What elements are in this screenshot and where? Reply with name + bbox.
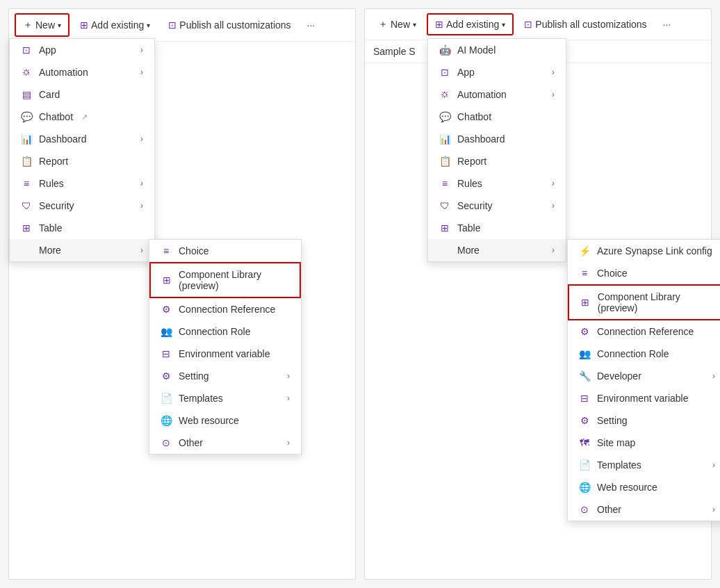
menu-item-more[interactable]: More › ≡ Choice ⊞ Component Library (pre… [10,239,154,261]
publish-icon: ⊡ [168,19,177,31]
chevron-right-icon: › [552,245,555,255]
rules-icon: ≡ [21,178,32,189]
menu-item-rules-2[interactable]: ≡ Rules › [428,172,566,195]
submenu-item-component-library[interactable]: ⊞ Component Library (preview) [149,262,301,298]
menu-item-chatbot-label-2: Chatbot [457,111,491,122]
menu-item-table-label-2: Table [457,222,480,234]
component-library-icon: ⊞ [162,275,172,286]
chevron-right-icon: › [140,45,143,55]
submenu-item-choice[interactable]: ≡ Choice [149,240,301,262]
submenu2-item-other-label: Other [597,504,621,515]
menu-item-security-label-2: Security [457,200,493,211]
submenu2-item-web-resource[interactable]: 🌐 Web resource [568,476,720,498]
submenu2-item-setting[interactable]: ⚙ Setting [568,409,720,432]
submenu-item-environment-variable[interactable]: ⊟ Environment variable [149,343,301,365]
chevron-right-icon: › [552,201,555,211]
plus-icon-2: ＋ [378,18,388,31]
menu-item-report-label: Report [39,156,68,167]
report-icon: 📋 [21,156,32,167]
chevron-right-icon: › [140,201,143,211]
submenu-item-templates[interactable]: 📄 Templates › [149,387,301,409]
menu-item-more-label-2: More [457,245,480,256]
menu-item-dashboard[interactable]: 📊 Dashboard › [10,128,154,150]
more-submenu: ≡ Choice ⊞ Component Library (preview) ⚙… [149,239,302,455]
environment-variable-icon: ⊟ [161,348,172,359]
more-options-button-2[interactable]: ··· [657,15,677,34]
more-submenu-2: ⚡ Azure Synapse Link config ≡ Choice ⊞ C… [567,239,720,521]
submenu-item-component-library-label: Component Library (preview) [179,269,288,291]
add-existing-button-2[interactable]: ⊞ Add existing ▾ [427,13,514,35]
publish-button-2[interactable]: ⊡ Publish all customizations [516,14,654,35]
submenu-item-other[interactable]: ⊙ Other › [149,432,301,454]
chevron-down-icon-add-2: ▾ [502,21,505,28]
menu-item-security-2[interactable]: 🛡 Security › [428,195,566,217]
submenu2-item-other[interactable]: ⊙ Other › [568,498,720,521]
menu-item-chatbot-2[interactable]: 💬 Chatbot [428,106,566,128]
submenu2-item-choice[interactable]: ≡ Choice [568,262,720,284]
submenu-item-connection-reference[interactable]: ⚙ Connection Reference [149,298,301,320]
submenu-item-web-resource[interactable]: 🌐 Web resource [149,409,301,432]
other-icon: ⊙ [161,437,172,448]
menu-item-chatbot[interactable]: 💬 Chatbot ↗ [10,106,154,128]
table-icon-2: ⊞ [439,222,450,234]
connection-role-icon-2: 👥 [579,348,590,359]
publish-button[interactable]: ⊡ Publish all customizations [161,15,298,35]
submenu2-item-setting-label: Setting [597,415,628,426]
menu-item-report-2[interactable]: 📋 Report [428,150,566,172]
submenu2-item-connection-role[interactable]: 👥 Connection Role [568,343,720,365]
menu-item-app-2[interactable]: ⊡ App › [428,61,566,83]
submenu2-item-templates[interactable]: 📄 Templates › [568,454,720,476]
publish-icon-2: ⊡ [524,19,532,30]
menu-item-automation-2[interactable]: ⛭ Automation › [428,83,566,106]
submenu2-item-environment-variable[interactable]: ⊟ Environment variable [568,387,720,409]
menu-item-ai-model[interactable]: 🤖 AI Model [428,39,566,61]
menu-item-card[interactable]: ▤ Card [10,83,154,106]
submenu-item-setting[interactable]: ⚙ Setting › [149,365,301,387]
chevron-down-icon-2: ▾ [413,21,416,28]
menu-item-report[interactable]: 📋 Report [10,150,154,172]
menu-item-security[interactable]: 🛡 Security › [10,195,154,217]
add-existing-button[interactable]: ⊞ Add existing ▾ [72,15,158,35]
submenu-item-other-label: Other [179,437,203,448]
menu-item-dashboard-label-2: Dashboard [457,133,505,145]
new-button-2[interactable]: ＋ New ▾ [370,13,424,35]
card-icon: ▤ [21,89,32,100]
submenu2-item-azure-synapse[interactable]: ⚡ Azure Synapse Link config [568,240,720,262]
web-resource-icon-2: 🌐 [579,482,590,493]
setting-icon: ⚙ [161,370,172,382]
environment-variable-icon-2: ⊟ [579,393,590,404]
add-existing-dropdown: 🤖 AI Model ⊡ App › ⛭ Automation › 💬 Chat… [427,38,566,262]
publish-label: Publish all customizations [179,19,291,31]
new-button[interactable]: ＋ New ▾ [15,13,69,37]
app-icon: ⊡ [21,44,32,56]
menu-item-table-label: Table [39,222,62,234]
menu-item-more-2[interactable]: More › ⚡ Azure Synapse Link config ≡ Cho… [428,239,566,261]
submenu2-item-site-map[interactable]: 🗺 Site map [568,432,720,454]
menu-item-automation[interactable]: ⛭ Automation › [10,61,154,83]
menu-item-dashboard-2[interactable]: 📊 Dashboard [428,128,566,150]
submenu2-item-connection-reference[interactable]: ⚙ Connection Reference [568,320,720,343]
menu-item-security-label: Security [39,200,74,211]
toolbar-1: ＋ New ▾ ⊞ Add existing ▾ ⊡ Publish all c… [9,9,355,42]
chevron-right-icon: › [140,134,143,144]
submenu2-item-developer[interactable]: 🔧 Developer › [568,365,720,387]
security-icon-2: 🛡 [439,200,450,211]
panel-2: ＋ New ▾ ⊞ Add existing ▾ ⊡ Publish all c… [364,8,712,580]
menu-item-table-2[interactable]: ⊞ Table [428,217,566,239]
menu-item-automation-label: Automation [39,67,88,78]
web-resource-icon: 🌐 [161,415,172,426]
submenu-item-templates-label: Templates [179,393,223,404]
menu-item-automation-label-2: Automation [457,89,507,100]
menu-item-rules[interactable]: ≡ Rules › [10,172,154,195]
submenu2-item-component-library[interactable]: ⊞ Component Library (preview) [568,284,720,320]
add-existing-label-2: Add existing [446,19,499,30]
chevron-right-icon: › [287,393,290,403]
templates-icon-2: 📄 [579,459,590,471]
submenu-item-choice-label: Choice [179,245,209,256]
submenu-item-connection-role[interactable]: 👥 Connection Role [149,320,301,343]
menu-item-table[interactable]: ⊞ Table [10,217,154,239]
more-options-button[interactable]: ··· [302,15,321,35]
menu-item-app[interactable]: ⊡ App › [10,39,154,61]
menu-item-chatbot-label: Chatbot [39,111,73,122]
submenu2-item-choice-label: Choice [597,268,628,279]
